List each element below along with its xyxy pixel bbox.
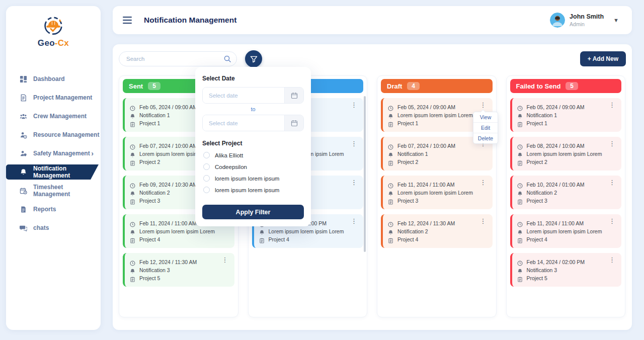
card-project-row: Project 4 — [517, 236, 617, 242]
sidebar-nav: DashboardProject ManagementCrew Manageme… — [6, 71, 101, 235]
sidebar: Geo-Cx DashboardProject ManagementCrew M… — [6, 6, 101, 330]
card-project: Project 4 — [139, 236, 160, 242]
add-new-button[interactable]: + Add New — [580, 51, 626, 66]
dashboard-icon — [19, 75, 27, 83]
card-project-row: Project 4 — [259, 236, 359, 242]
card-time: Feb 08, 2024 / 10:00 AM — [527, 143, 585, 149]
card-project: Project 5 — [139, 275, 160, 281]
project-options: Alika ElliottCodeepsilonlorem ipsum lore… — [202, 152, 304, 193]
sidebar-item-dashboard[interactable]: Dashboard — [6, 71, 101, 87]
project-radio-lorem-ipsum-lorem-ipsum-3[interactable]: lorem ipsum lorem ipsum — [203, 187, 303, 193]
geo-cx-logo-icon — [40, 14, 66, 39]
project-radio-alika-elliott-0[interactable]: Alika Elliott — [203, 152, 303, 158]
card-menu-button[interactable]: ⋮ — [478, 101, 489, 109]
card-menu-button[interactable]: ⋮ — [607, 139, 617, 148]
sidebar-item-project-management[interactable]: Project Management — [6, 90, 101, 105]
sidebar-item-safety-management[interactable]: Safety Management› — [6, 146, 101, 161]
card-time: Feb 05, 2024 / 09:00 AM — [139, 104, 197, 110]
calendar-icon[interactable] — [284, 115, 303, 131]
sidebar-item-label: Safety Management — [33, 150, 90, 157]
bell-icon — [517, 228, 523, 234]
card-menu-button[interactable]: ⋮ — [478, 217, 489, 225]
sidebar-item-resource-management[interactable]: Resource Management — [6, 127, 101, 142]
card-menu-button[interactable]: ⋮ — [607, 256, 617, 264]
timesheet-icon — [19, 187, 27, 195]
radio-icon — [203, 163, 210, 170]
card-menu-button[interactable]: ⋮ — [349, 217, 359, 225]
clock-icon — [130, 182, 135, 187]
bell-icon — [517, 112, 523, 118]
card-menu-button[interactable]: ⋮ — [349, 139, 359, 148]
card-title-row: Notification 3 — [130, 267, 229, 273]
card-time: Feb 12, 2024 / 11:30 AM — [139, 259, 197, 265]
card-menu-button[interactable]: ⋮ — [349, 178, 359, 187]
context-menu-view[interactable]: View — [473, 112, 498, 122]
filter-button[interactable] — [245, 50, 262, 67]
card-time: Feb 07, 2024 / 10:00 AM — [139, 143, 197, 149]
project-icon — [19, 94, 27, 102]
date-from-input[interactable] — [203, 88, 284, 103]
notification-card[interactable]: Feb 11, 2024 / 11:00 AMLorem ipsum lorem… — [381, 176, 493, 209]
sidebar-item-label: Notification Management — [33, 165, 99, 179]
context-menu-delete[interactable]: Delete — [473, 133, 498, 143]
card-time: Feb 05, 2024 / 09:00 AM — [527, 104, 585, 110]
clock-icon — [130, 259, 135, 265]
sidebar-item-timesheet-management[interactable]: Timesheet Management — [6, 183, 101, 198]
project-radio-codeepsilon-1[interactable]: Codeepsilon — [203, 163, 303, 170]
card-context-menu: ViewEditDelete — [473, 112, 498, 144]
notification-card[interactable]: Feb 08, 2024 / 10:00 AMLorem ipsum lorem… — [510, 137, 622, 171]
clipboard-icon — [388, 159, 393, 164]
card-title: Notification 3 — [139, 267, 170, 273]
notification-card[interactable]: Feb 11, 2024 / 11:00 AMLorem ipsum lorem… — [510, 214, 622, 248]
column-scrollbar[interactable] — [364, 96, 366, 252]
card-title: Notification 1 — [397, 151, 428, 157]
notification-card[interactable]: Feb 12, 2024 / 11:30 AMNotification 2Pro… — [381, 214, 493, 248]
notification-card[interactable]: Feb 05, 2024 / 09:00 AMNotification 1Pro… — [510, 98, 622, 132]
project-radio-lorem-ipsum-lorem-ipsum-2[interactable]: lorem ipsum lorem ipsum — [203, 175, 303, 182]
card-title-row: Lorem ipsum lorem ipsim Lorem — [388, 189, 488, 196]
card-project-row: Project 4 — [388, 236, 488, 242]
context-menu-edit[interactable]: Edit — [473, 122, 498, 133]
notification-card[interactable]: Feb 12, 2024 / 11:30 AMNotification 3Pro… — [123, 253, 234, 287]
project-radio-label: lorem ipsum lorem ipsum — [215, 187, 279, 193]
sidebar-item-reports[interactable]: Reports — [6, 202, 101, 217]
card-title: Lorem ipsum lorem ipsim Lorem — [269, 228, 344, 234]
card-menu-button[interactable]: ⋮ — [349, 101, 359, 109]
card-menu-button[interactable]: ⋮ — [478, 178, 489, 187]
card-time: Feb 09, 2024 / 10:30 AM — [139, 182, 197, 188]
card-time: Feb 12, 2024 / 11:30 AM — [397, 220, 455, 226]
card-time-row: Feb 12, 2024 / 11:30 AM — [388, 220, 488, 226]
card-menu-button[interactable]: ⋮ — [607, 178, 617, 187]
clock-icon — [130, 143, 135, 148]
card-project: Project 4 — [269, 236, 289, 242]
card-title: Notification 2 — [527, 190, 557, 196]
user-name: John Smith — [570, 13, 604, 21]
main-panel: + Add New Sent5Feb 05, 2024 / 09:00 AMNo… — [113, 44, 632, 330]
card-time-row: Feb 07, 2024 / 10:00 AM — [388, 142, 488, 149]
hamburger-menu-icon[interactable] — [123, 17, 133, 24]
apply-filter-button[interactable]: Apply Filter — [202, 205, 304, 219]
clock-icon — [517, 143, 523, 148]
card-menu-button[interactable]: ⋮ — [607, 217, 617, 225]
search-input[interactable] — [119, 51, 237, 66]
card-title: Lorem ipsum lorem ipsim Lorem — [139, 228, 215, 234]
card-title: Lorem ipsum lorem ipsim Lorem — [397, 190, 473, 196]
card-menu-button[interactable]: ⋮ — [220, 256, 230, 264]
sidebar-item-notification-management[interactable]: Notification Management — [6, 164, 99, 180]
notification-card[interactable]: Feb 10, 2024 / 01:00 AMNotification 2Pro… — [510, 176, 622, 209]
clipboard-icon — [130, 120, 135, 126]
sidebar-item-chats[interactable]: chats — [6, 220, 101, 235]
card-menu-button[interactable]: ⋮ — [607, 101, 617, 109]
card-title-row: Notification 2 — [388, 228, 488, 234]
card-project: Project 1 — [139, 120, 160, 126]
calendar-icon[interactable] — [284, 88, 303, 103]
user-menu[interactable]: John Smith Admin ▼ — [545, 10, 624, 30]
clock-icon — [517, 220, 523, 226]
card-time-row: Feb 05, 2024 / 09:00 AM — [388, 104, 488, 110]
date-to-input[interactable] — [203, 115, 284, 131]
card-project-row: Project 2 — [388, 158, 488, 165]
card-title: Notification 1 — [139, 112, 170, 118]
project-radio-label: Alika Elliott — [215, 152, 243, 158]
sidebar-item-crew-management[interactable]: Crew Management — [6, 109, 101, 124]
notification-card[interactable]: Feb 14, 2024 / 02:00 PMNotification 3Pro… — [510, 253, 622, 287]
